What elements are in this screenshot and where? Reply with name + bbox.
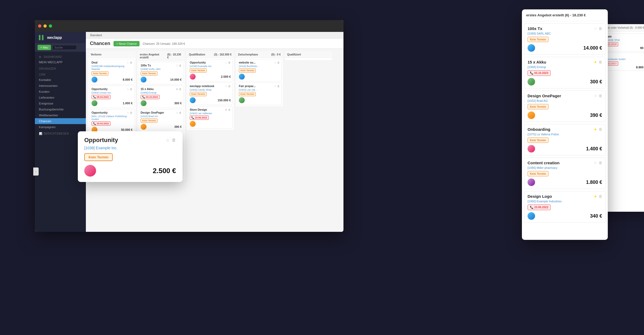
rp-trash-icon[interactable]: 🗑 xyxy=(599,27,602,31)
column-header-qualifikation: Qualifikation (3) - 162.500 € xyxy=(187,51,234,58)
rp-star-icon[interactable]: ☆ xyxy=(594,94,597,98)
rp-card-100x-tx[interactable]: 100x Tx ☆ 🗑 [1089] SARL ABC Kein Termin … xyxy=(524,23,606,55)
neue-chance-button[interactable]: + Neue Chance xyxy=(114,41,140,46)
chancen-header: Chancen + Neue Chance Chancen: 25 Umsatz… xyxy=(86,39,343,49)
new-button[interactable]: + Neu xyxy=(38,45,51,50)
right-panel-header: erstes Angebot erstellt (6) - 18.230 € xyxy=(522,9,608,21)
sidebar-collapse-handle[interactable]: ‹ xyxy=(33,168,39,176)
sidebar-search-bar: + Neu xyxy=(35,43,86,52)
column-cards-qualifiziert xyxy=(285,58,332,60)
chancen-stats: Chancen: 25 Umsatz: 189.329 € xyxy=(143,42,185,45)
column-header-erstes-angebot: erstes Angebot erstellt (6) - 18.230 € xyxy=(138,51,185,61)
popup-value: 2.500 € xyxy=(153,167,176,175)
sidebar-item-buchungsberichte[interactable]: Buchungsberichte xyxy=(35,106,86,112)
rp-avatar xyxy=(528,145,535,152)
sidebar-item-mein-weclapp[interactable]: MEIN WECLAPP xyxy=(35,59,86,65)
browser-close-dot[interactable] xyxy=(38,24,41,28)
rp-card-design-onepager[interactable]: Design OnePager ☆ 🗑 [1032] Brad AG Kein … xyxy=(524,91,606,122)
table-row[interactable]: Opportunity☆ 🗑 [904, LEAD] Viplace Publi… xyxy=(90,109,134,135)
rp-star-icon[interactable]: ★ xyxy=(594,127,597,131)
rp-avatar xyxy=(528,178,535,186)
sidebar-item-organizer: ORGANIZER xyxy=(35,65,86,71)
rp-trash-icon[interactable]: 🗑 xyxy=(599,60,602,64)
sidebar-item-crm-header: CRM xyxy=(35,71,86,77)
berichtswesen-icon: 📊 xyxy=(39,132,42,135)
sidebar-nav: ⊞ DASHBOARD MEIN WECLAPP ORGANIZER CRM K… xyxy=(35,52,86,137)
rp-avatar xyxy=(528,44,535,52)
app-name: weclapp xyxy=(47,35,62,40)
weclapp-logo-icon: ▌▌ xyxy=(39,35,45,40)
rp-avatar xyxy=(528,111,535,119)
table-row[interactable]: Store Design★ 🗑 [1062] Las Vallenas 📞 15… xyxy=(188,106,233,129)
rp-trash-icon[interactable]: 🗑 xyxy=(599,127,602,131)
table-row[interactable]: 100x Tx☆ 🗑 [1089] SARL ABC Kein Termin 1… xyxy=(139,62,184,84)
popup-avatar xyxy=(84,165,96,177)
sidebar-item-wettbewerber[interactable]: Wettbewerber xyxy=(35,112,86,118)
browser-window: ▌▌ weclapp + Neu ⊞ DASHBOARD MEIN WECLAP… xyxy=(35,20,343,232)
column-cards-qualifikation: Opportunity☆ 🗑 [1038] Example Inc. Kein … xyxy=(187,58,234,130)
table-row[interactable]: Fair prepar...☆ 🗑 [1062] Las Val... Kein… xyxy=(237,83,282,105)
sidebar-item-chancen[interactable]: Chancen xyxy=(35,118,86,124)
rp-trash-icon[interactable]: 🗑 xyxy=(599,161,602,165)
sidebar-item-kontakte[interactable]: Kontakte xyxy=(35,77,86,83)
rp-star-icon[interactable]: ★ xyxy=(594,60,597,64)
column-header-zwischenphase: Zwischenphase (0) - 0 € xyxy=(236,51,283,58)
table-row[interactable]: 15 x Akku★ 🗑 [1068] Emergi 📞 03.10.2023 … xyxy=(139,85,184,108)
browser-maximize-dot[interactable] xyxy=(49,24,52,28)
dashboard-icon: ⊞ xyxy=(39,55,42,58)
right-panel: erstes Angebot erstellt (6) - 18.230 € 1… xyxy=(522,9,608,240)
column-header-verloren: Verloren xyxy=(89,51,136,58)
rp-card-content-creation[interactable]: Content creation ☆ 🗑 [1086] Miller pharm… xyxy=(524,158,606,189)
popup-card-footer: 2.500 € xyxy=(84,165,176,177)
popup-trash-icon[interactable]: 🗑 xyxy=(172,138,176,143)
popup-card-opportunity[interactable]: Opportunity ☆ 🗑 [1038] Example Inc. Kein… xyxy=(78,131,182,182)
column-cards-verloren: Deal☆ 🗑 [1005] BB Gebäudereini­gung Main… xyxy=(89,58,136,136)
popup-badge: Kein Termin xyxy=(84,153,113,161)
sidebar-item-kampagnen[interactable]: Kampagnen xyxy=(35,124,86,130)
table-row[interactable]: weclapp notebook☆ 🗑 [1064] Candy Shop Ke… xyxy=(188,83,233,105)
rp-card-onboarding[interactable]: Onboarding ★ 🗑 [1070] La Vallena Pobre K… xyxy=(524,124,606,155)
sidebar-item-interessenten[interactable]: Interessenten xyxy=(35,83,86,89)
right-panel-cards: 100x Tx ☆ 🗑 [1089] SARL ABC Kein Termin … xyxy=(522,21,608,239)
breadcrumb: Standard xyxy=(86,32,343,39)
sidebar-logo: ▌▌ weclapp xyxy=(35,32,86,43)
rp-avatar xyxy=(528,78,535,85)
browser-minimize-dot[interactable] xyxy=(43,24,47,28)
rp-avatar xyxy=(528,212,535,220)
column-header-qualifiziert: Qualifiziert xyxy=(285,51,332,58)
popup-card-title-row: Opportunity ☆ 🗑 xyxy=(84,137,176,144)
column-qualifiziert: Qualifiziert xyxy=(285,51,332,60)
browser-chrome xyxy=(35,20,343,32)
table-row[interactable]: Opportunity☆ 🗑 [1038] Example Inc. Kein … xyxy=(188,59,233,81)
rp-star-icon[interactable]: ☆ xyxy=(594,161,597,165)
page-title: Chancen xyxy=(90,41,110,46)
sidebar-item-kunden[interactable]: Kunden xyxy=(35,89,86,95)
table-row[interactable]: website su...☆ 🗑 [1016] Buchholz... Kein… xyxy=(237,59,282,81)
rp-card-15-akku[interactable]: 15 x Akku ★ 🗑 [1068] Emergi 📞 03.10.2023… xyxy=(524,57,606,88)
table-row[interactable]: Design OnePager☆ 🗑 [1032] Brad AG Kein T… xyxy=(139,109,184,132)
rp-star-icon[interactable]: ☆ xyxy=(594,27,597,31)
table-row[interactable]: Opportunity☆ 🗑 [1083] Ocean Inc. 📞 08.04… xyxy=(90,85,134,108)
popup-star-icon[interactable]: ☆ xyxy=(166,138,170,143)
popup-card-title: Opportunity xyxy=(84,137,118,144)
sidebar: ▌▌ weclapp + Neu ⊞ DASHBOARD MEIN WECLAP… xyxy=(35,32,86,232)
column-qualifikation: Qualifikation (3) - 162.500 € Opportunit… xyxy=(187,51,234,130)
sidebar-item-dashboard: ⊞ DASHBOARD xyxy=(35,53,86,59)
rp-card-design-logo[interactable]: Design Logo ★ 🗑 [1060] Example Industrie… xyxy=(524,191,606,223)
popup-card-company[interactable]: [1038] Example Inc. xyxy=(84,146,176,150)
popup-card-icons: ☆ 🗑 xyxy=(166,138,176,143)
table-row[interactable]: Deal☆ 🗑 [1005] BB Gebäudereini­gung Main… xyxy=(90,59,134,84)
sidebar-item-lieferanten[interactable]: Lieferanten xyxy=(35,95,86,100)
column-verloren: Verloren Deal☆ 🗑 [1005] BB Gebäudereini­… xyxy=(89,51,136,136)
sidebar-item-ereignisse[interactable]: Ereignisse xyxy=(35,100,86,106)
rp-star-icon[interactable]: ★ xyxy=(594,194,597,198)
search-input[interactable] xyxy=(53,45,77,50)
rp-trash-icon[interactable]: 🗑 xyxy=(599,94,602,98)
column-cards-zwischenphase: website su...☆ 🗑 [1016] Buchholz... Kein… xyxy=(236,58,283,106)
column-zwischenphase: Zwischenphase (0) - 0 € website su...☆ 🗑… xyxy=(236,51,283,106)
rp-trash-icon[interactable]: 🗑 xyxy=(599,194,602,198)
